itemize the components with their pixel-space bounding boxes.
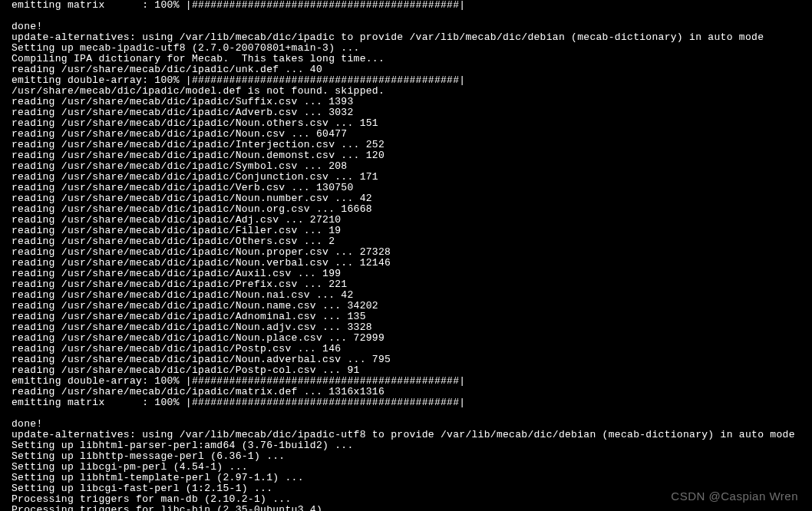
watermark-text: CSDN @Caspian Wren	[671, 491, 798, 502]
terminal-line: reading /usr/share/mecab/dic/ipadic/Noun…	[12, 247, 800, 258]
terminal-output: emitting matrix : 100% |################…	[0, 0, 812, 511]
terminal-line: emitting matrix : 100% |################…	[12, 0, 800, 11]
terminal-line: reading /usr/share/mecab/dic/ipadic/Inte…	[12, 140, 800, 150]
terminal-line: reading /usr/share/mecab/dic/ipadic/Conj…	[12, 172, 800, 183]
terminal-line: reading /usr/share/mecab/dic/ipadic/Adj.…	[12, 215, 800, 226]
terminal-line: reading /usr/share/mecab/dic/ipadic/Suff…	[12, 97, 800, 107]
terminal-line: done!	[12, 419, 800, 430]
terminal-line: reading /usr/share/mecab/dic/ipadic/Symb…	[12, 161, 800, 172]
terminal-line	[12, 408, 800, 419]
terminal-line: reading /usr/share/mecab/dic/ipadic/Post…	[12, 365, 800, 376]
terminal-line: update-alternatives: using /var/lib/meca…	[12, 32, 800, 43]
terminal-line: Setting up libhtml-parser-perl:amd64 (3.…	[12, 440, 800, 451]
terminal-line: Setting up mecab-ipadic-utf8 (2.7.0-2007…	[12, 43, 800, 54]
terminal-line: Processing triggers for libc-bin (2.35-0…	[12, 505, 800, 511]
terminal-line: reading /usr/share/mecab/dic/ipadic/Fill…	[12, 226, 800, 236]
terminal-line: reading /usr/share/mecab/dic/ipadic/Pref…	[12, 279, 800, 290]
terminal-line: reading /usr/share/mecab/dic/ipadic/Noun…	[12, 129, 800, 140]
terminal-line: reading /usr/share/mecab/dic/ipadic/Noun…	[12, 150, 800, 161]
terminal-line: reading /usr/share/mecab/dic/ipadic/Noun…	[12, 322, 800, 333]
terminal-line: reading /usr/share/mecab/dic/ipadic/Noun…	[12, 333, 800, 344]
terminal-line: reading /usr/share/mecab/dic/ipadic/Adve…	[12, 107, 800, 118]
terminal-line: reading /usr/share/mecab/dic/ipadic/Noun…	[12, 354, 800, 365]
terminal-line: reading /usr/share/mecab/dic/ipadic/unk.…	[12, 64, 800, 75]
terminal-line: reading /usr/share/mecab/dic/ipadic/Noun…	[12, 118, 800, 129]
terminal-line: reading /usr/share/mecab/dic/ipadic/Verb…	[12, 183, 800, 193]
terminal-line: Setting up libhttp-message-perl (6.36-1)…	[12, 451, 800, 462]
terminal-line: reading /usr/share/mecab/dic/ipadic/Post…	[12, 344, 800, 354]
terminal-line	[12, 11, 800, 21]
terminal-line: /usr/share/mecab/dic/ipadic/model.def is…	[12, 86, 800, 97]
terminal-line: emitting double-array: 100% |###########…	[12, 376, 800, 387]
terminal-line: reading /usr/share/mecab/dic/ipadic/Noun…	[12, 301, 800, 312]
terminal-line: reading /usr/share/mecab/dic/ipadic/Auxi…	[12, 269, 800, 279]
terminal-line: reading /usr/share/mecab/dic/ipadic/Noun…	[12, 193, 800, 204]
terminal-line: Compiling IPA dictionary for Mecab. This…	[12, 54, 800, 64]
terminal-line: emitting matrix : 100% |################…	[12, 397, 800, 408]
terminal-line: Setting up libhtml-template-perl (2.97-1…	[12, 473, 800, 483]
terminal-line: done!	[12, 21, 800, 32]
terminal-line: update-alternatives: using /var/lib/meca…	[12, 430, 800, 440]
terminal-line: reading /usr/share/mecab/dic/ipadic/Othe…	[12, 236, 800, 247]
terminal-line: reading /usr/share/mecab/dic/ipadic/Noun…	[12, 258, 800, 269]
terminal-line: Setting up libcgi-pm-perl (4.54-1) ...	[12, 462, 800, 473]
terminal-line: reading /usr/share/mecab/dic/ipadic/matr…	[12, 387, 800, 397]
terminal-line: emitting double-array: 100% |###########…	[12, 75, 800, 86]
terminal-line: reading /usr/share/mecab/dic/ipadic/Adno…	[12, 312, 800, 322]
terminal-line: reading /usr/share/mecab/dic/ipadic/Noun…	[12, 204, 800, 215]
terminal-line: reading /usr/share/mecab/dic/ipadic/Noun…	[12, 290, 800, 301]
